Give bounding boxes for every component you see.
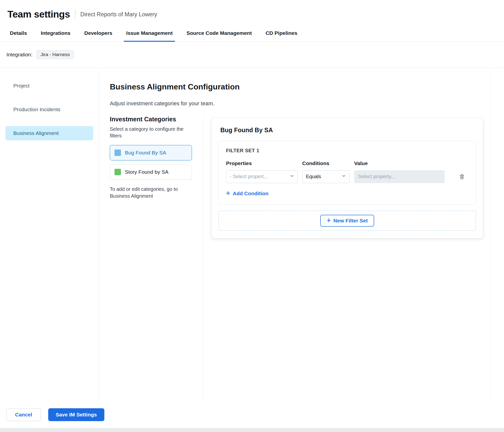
- investment-categories-heading: Investment Categories: [110, 116, 192, 123]
- new-filter-set-label: New Filter Set: [333, 218, 368, 224]
- main-panel: Business Alignment Configuration Adjust …: [99, 68, 491, 402]
- chevron-down-icon: [290, 174, 294, 179]
- trash-icon: [459, 177, 465, 181]
- properties-column-header: Properties: [226, 160, 298, 166]
- filter-set-box: FILTER SET 1 Properties Conditions Value…: [218, 141, 476, 205]
- page-title: Team settings: [7, 9, 70, 20]
- bottom-action-bar: Cancel Save IM Settings: [0, 402, 504, 428]
- page-header: Team settings Direct Reports of Mary Low…: [0, 0, 504, 27]
- integration-row: Integration: Jira - Harness: [0, 42, 504, 67]
- integration-chip: Jira - Harness: [36, 50, 74, 59]
- tab-developers[interactable]: Developers: [84, 27, 113, 42]
- section-subtitle: Adjust investment categories for your te…: [110, 100, 490, 107]
- integration-label: Integration:: [6, 52, 32, 58]
- sidebar-item-production-incidents[interactable]: Production Incidents: [5, 102, 93, 117]
- tab-bar: Details Integrations Developers Issue Ma…: [0, 27, 504, 42]
- plus-icon: [327, 218, 331, 224]
- category-color-swatch-blue: [115, 150, 121, 156]
- add-condition-label: Add Condition: [233, 191, 269, 196]
- main-body: Investment Categories Select a category …: [110, 116, 490, 402]
- title-divider: [75, 10, 75, 19]
- condition-select-value: Equals: [306, 174, 321, 179]
- tab-issue-management[interactable]: Issue Management: [126, 27, 173, 42]
- content-area: Project Production Incidents Business Al…: [0, 67, 504, 402]
- chevron-down-icon: [342, 174, 346, 179]
- value-column-header: Value: [354, 160, 445, 166]
- window-bottom-strip: [0, 428, 504, 432]
- filter-set-title: FILTER SET 1: [226, 148, 468, 153]
- conditions-column-header: Conditions: [302, 160, 350, 166]
- condition-select[interactable]: Equals: [302, 170, 350, 183]
- save-im-settings-button[interactable]: Save IM Settings: [48, 408, 104, 421]
- page-subtitle: Direct Reports of Mary Lowery: [80, 11, 157, 18]
- delete-condition-button[interactable]: [458, 173, 466, 181]
- settings-sidebar: Project Production Incidents Business Al…: [0, 68, 99, 402]
- tab-details[interactable]: Details: [9, 27, 27, 42]
- team-settings-page: Team settings Direct Reports of Mary Low…: [0, 0, 504, 432]
- config-card-title: Bug Found By SA: [220, 127, 476, 134]
- categories-footnote: To add or edit categories, go to Busines…: [110, 186, 192, 199]
- category-story-found-by-sa[interactable]: Story Found by SA: [110, 164, 192, 180]
- new-filter-set-button[interactable]: New Filter Set: [320, 215, 374, 227]
- category-config-card: Bug Found By SA FILTER SET 1 Properties …: [211, 118, 483, 238]
- property-select[interactable]: - Select propert...: [226, 170, 298, 183]
- category-label: Story Found by SA: [125, 169, 168, 175]
- cancel-button[interactable]: Cancel: [6, 408, 41, 421]
- category-config-panel: Bug Found By SA FILTER SET 1 Properties …: [203, 116, 490, 402]
- tab-integrations[interactable]: Integrations: [40, 27, 71, 42]
- category-label: Bug Found By SA: [125, 150, 166, 156]
- sidebar-item-business-alignment[interactable]: Business Alignment: [5, 126, 93, 140]
- tab-source-code-management[interactable]: Source Code Management: [186, 27, 252, 42]
- scrollbar-gutter: [491, 68, 504, 402]
- new-filter-set-dropzone: New Filter Set: [218, 211, 476, 231]
- property-select-value: - Select propert...: [230, 174, 268, 179]
- investment-categories-instruction: Select a category to configure the filte…: [110, 126, 192, 139]
- plus-icon: [226, 191, 230, 196]
- section-title: Business Alignment Configuration: [110, 82, 490, 91]
- investment-categories-panel: Investment Categories Select a category …: [110, 116, 203, 402]
- filter-condition-grid: Properties Conditions Value - Select pro…: [226, 160, 468, 183]
- category-color-swatch-green: [115, 169, 121, 175]
- sidebar-item-project[interactable]: Project: [5, 79, 93, 93]
- category-bug-found-by-sa[interactable]: Bug Found By SA: [110, 145, 192, 160]
- add-condition-button[interactable]: Add Condition: [226, 191, 269, 196]
- tab-cd-pipelines[interactable]: CD Pipelines: [265, 27, 298, 42]
- value-input[interactable]: [354, 170, 445, 183]
